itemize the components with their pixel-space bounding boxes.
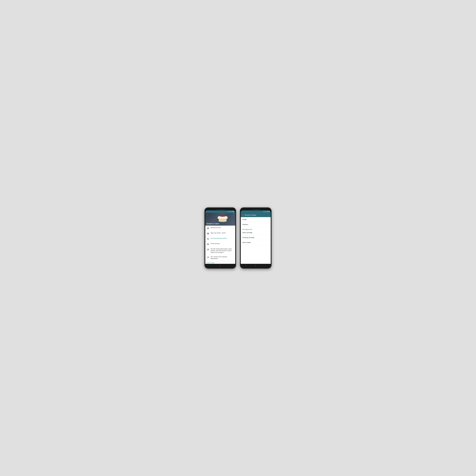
right-bottom-nav: ⌐ □ ← xyxy=(241,264,271,267)
phone-section-label: Phone number xyxy=(207,262,234,264)
settings-item-profile[interactable]: Profile xyxy=(241,217,271,222)
profile-name: Sandra's Cakes xyxy=(206,223,220,225)
wifi-icon: ▲ xyxy=(227,211,228,212)
website-content: fb.me/sandrascakesmumbai xyxy=(211,238,234,239)
right-wifi-icon: ▲ xyxy=(263,211,264,212)
sensor xyxy=(223,209,224,210)
right-status-time: 11:50 xyxy=(267,211,270,212)
description-item: We offer freshly baked breads, cakes, pa… xyxy=(205,247,235,255)
right-battery-icon: ▮ xyxy=(265,211,266,212)
right-sensor xyxy=(259,209,259,210)
phone-top-hardware xyxy=(205,209,235,210)
bottom-nav-back[interactable]: ← xyxy=(228,264,232,267)
battery-icon: ▮ xyxy=(230,211,231,212)
right-bottom-nav-back[interactable]: ← xyxy=(264,264,267,267)
status-icons: ▲ ▲ ▮ xyxy=(227,211,231,212)
business-account-item: Business Account xyxy=(205,226,235,231)
chevron-down-icon: ▾ xyxy=(225,232,226,234)
right-signal-icon: ▲ xyxy=(264,211,265,212)
description-content: We offer freshly baked breads, cakes, pa… xyxy=(211,248,234,254)
question-circle-icon xyxy=(207,227,209,230)
right-front-camera xyxy=(252,209,253,210)
left-status-bar: ▲ ▲ ▮ 11:50 xyxy=(205,210,235,213)
profile-content-list[interactable]: Business Account Open now: 08:00 – 20:00… xyxy=(205,226,235,264)
category-content: Food & Grocery xyxy=(211,243,234,244)
status-time: 11:50 xyxy=(231,211,234,212)
website-link[interactable]: fb.me/sandrascakesmumbai xyxy=(211,238,234,239)
settings-back-button[interactable]: ← xyxy=(242,214,244,216)
left-phone-screen: ▲ ▲ ▮ 11:50 ← ⋮ Sandra's Cakes xyxy=(205,210,235,267)
left-bottom-nav: ⌐ □ ← xyxy=(205,264,235,267)
hours-label: Open now: 08:00 – 20:00 xyxy=(211,232,225,234)
phone-number-section: Phone number +91 55512 34567 Mobile xyxy=(205,261,235,264)
category-label: Food & Grocery xyxy=(211,243,234,244)
right-status-bar: ▲ ▲ ▮ 11:50 xyxy=(241,210,271,213)
right-status-icons: ▲ ▲ ▮ xyxy=(263,211,266,212)
profile-header: ← ⋮ Sandra's Cakes xyxy=(205,213,235,226)
hours-content: Open now: 08:00 – 20:00 ▾ xyxy=(211,232,234,234)
store-icon xyxy=(207,248,209,251)
right-bottom-nav-home[interactable]: □ xyxy=(254,264,257,267)
business-account-label: Business Account xyxy=(211,227,234,229)
address-item: 201, Areniia Corner, Mumbai, Maharashtra xyxy=(205,255,235,261)
website-item[interactable]: fb.me/sandrascakesmumbai xyxy=(205,236,235,241)
right-phone-screen: ▲ ▲ ▮ 11:50 ← Business settings Profile … xyxy=(241,210,271,267)
settings-item-greeting-message[interactable]: Greeting message xyxy=(241,235,271,240)
business-account-content: Business Account xyxy=(211,227,234,229)
settings-item-away-message[interactable]: Away message xyxy=(241,231,271,235)
cake-base xyxy=(219,218,227,222)
category-item: Food & Grocery xyxy=(205,241,235,247)
cake-illustration xyxy=(217,214,229,222)
more-button[interactable]: ⋮ xyxy=(233,214,234,216)
hours-item[interactable]: Open now: 08:00 – 20:00 ▾ xyxy=(205,231,235,236)
speaker xyxy=(218,209,223,210)
right-speaker xyxy=(253,209,258,210)
address-content: 201, Areniia Corner, Mumbai, Maharashtra xyxy=(211,256,234,259)
signal-icon: ▲ xyxy=(229,211,230,212)
address-text: 201, Areniia Corner, Mumbai, Maharashtra xyxy=(211,256,234,259)
settings-item-statistics[interactable]: Statistics xyxy=(241,222,271,227)
hours-row: Open now: 08:00 – 20:00 ▾ xyxy=(211,232,234,234)
settings-list[interactable]: Profile Statistics Messaging tools Away … xyxy=(241,217,271,264)
messaging-tools-section-label: Messaging tools xyxy=(241,227,271,231)
settings-title: Business settings xyxy=(245,214,270,216)
bottom-nav-recent[interactable]: ⌐ xyxy=(209,264,212,267)
settings-item-quick-replies[interactable]: Quick replies xyxy=(241,240,271,245)
right-phone-top-hardware xyxy=(241,209,271,210)
front-camera xyxy=(217,209,217,210)
business-settings-nav-bar: ← Business settings xyxy=(241,213,271,217)
back-button[interactable]: ← xyxy=(206,214,208,216)
description-text: We offer freshly baked breads, cakes, pa… xyxy=(211,248,234,254)
globe-icon xyxy=(207,238,209,240)
location-icon xyxy=(207,256,209,259)
right-bottom-nav-recent[interactable]: ⌐ xyxy=(244,264,247,267)
tag-icon xyxy=(207,243,209,246)
bottom-nav-home[interactable]: □ xyxy=(218,264,221,267)
left-phone: ▲ ▲ ▮ 11:50 ← ⋮ Sandra's Cakes xyxy=(204,207,236,269)
clock-icon xyxy=(207,232,209,235)
cake-topping xyxy=(219,215,226,217)
right-phone: ▲ ▲ ▮ 11:50 ← Business settings Profile … xyxy=(240,207,272,269)
